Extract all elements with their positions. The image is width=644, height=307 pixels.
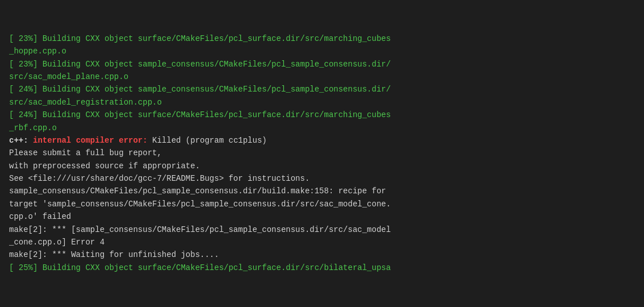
terminal-line-10: Please submit a full bug report,	[9, 147, 635, 159]
terminal-line-12: See <file:///usr/share/doc/gcc-7/README.…	[9, 172, 635, 185]
progress-24-1-cont: src/sac_model_registration.cpp.o	[9, 98, 162, 107]
terminal-line-19: [ 25%] Building CXX object surface/CMake…	[9, 262, 635, 274]
terminal-line-3: [ 23%] Building CXX object sample_consen…	[9, 58, 635, 70]
progress-24-2-cont: _rbf.cpp.o	[9, 123, 57, 132]
make-error-line1: make[2]: *** [sample_consensus/CMakeFile…	[9, 225, 391, 234]
terminal-line-7: [ 24%] Building CXX object surface/CMake…	[9, 109, 635, 121]
bug-report-line3: See <file:///usr/share/doc/gcc-7/README.…	[9, 174, 310, 183]
progress-23-1-cont: _hoppe.cpp.o	[9, 47, 66, 56]
recipe-error-line3: cpp.o' failed	[9, 212, 71, 221]
terminal-line-13: sample_consensus/CMakeFiles/pcl_sample_c…	[9, 185, 635, 197]
progress-23-1: [ 23%] Building CXX object surface/CMake…	[9, 34, 391, 43]
terminal-line-15: cpp.o' failed	[9, 210, 635, 223]
recipe-error-line2: target 'sample_consensus/CMakeFiles/pcl_…	[9, 200, 391, 209]
progress-25: [ 25%] Building CXX object surface/CMake…	[9, 263, 391, 272]
terminal-line-2: _hoppe.cpp.o	[9, 45, 635, 57]
error-label: internal compiler error:	[33, 136, 148, 145]
terminal-line-16: make[2]: *** [sample_consensus/CMakeFile…	[9, 223, 635, 236]
progress-24-1: [ 24%] Building CXX object sample_consen…	[9, 85, 391, 94]
terminal-line-4: src/sac_model_plane.cpp.o	[9, 70, 635, 83]
progress-23-2-cont: src/sac_model_plane.cpp.o	[9, 72, 128, 81]
terminal-line-6: src/sac_model_registration.cpp.o	[9, 96, 635, 109]
terminal-line-8: _rbf.cpp.o	[9, 122, 635, 134]
terminal-line-5: [ 24%] Building CXX object sample_consen…	[9, 83, 635, 96]
terminal-line-11: with preprocessed source if appropriate.	[9, 160, 635, 172]
make-waiting: make[2]: *** Waiting for unfinished jobs…	[9, 250, 219, 259]
terminal-output: [ 23%] Building CXX object surface/CMake…	[0, 0, 644, 294]
terminal-line-9: c++: internal compiler error: Killed (pr…	[9, 134, 635, 147]
terminal-line-14: target 'sample_consensus/CMakeFiles/pcl_…	[9, 198, 635, 210]
bug-report-line2: with preprocessed source if appropriate.	[9, 161, 200, 171]
terminal-line-18: make[2]: *** Waiting for unfinished jobs…	[9, 248, 635, 261]
terminal-line-1: [ 23%] Building CXX object surface/CMake…	[9, 32, 635, 45]
recipe-error-line1: sample_consensus/CMakeFiles/pcl_sample_c…	[9, 186, 386, 196]
bug-report-line1: Please submit a full bug report,	[9, 148, 162, 157]
error-prefix: c++:	[9, 136, 28, 145]
terminal-line-17: _cone.cpp.o] Error 4	[9, 236, 635, 248]
progress-23-2: [ 23%] Building CXX object sample_consen…	[9, 60, 391, 69]
make-error-line2: _cone.cpp.o] Error 4	[9, 238, 104, 247]
error-message: Killed (program cc1plus)	[148, 136, 267, 145]
progress-24-2: [ 24%] Building CXX object surface/CMake…	[9, 110, 391, 119]
